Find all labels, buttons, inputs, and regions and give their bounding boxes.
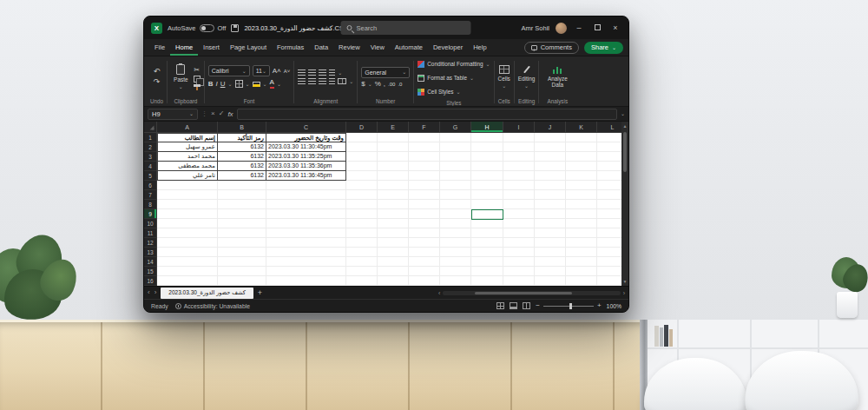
cell-E7[interactable] <box>378 190 409 200</box>
cell-E10[interactable] <box>378 219 409 228</box>
font-color-chevron-icon[interactable]: ⌄ <box>277 82 281 87</box>
cell-L14[interactable] <box>597 257 621 267</box>
cell-E1[interactable] <box>378 133 409 142</box>
fill-color-icon[interactable] <box>253 82 260 87</box>
vertical-scroll-thumb[interactable] <box>623 132 627 172</box>
copy-icon[interactable] <box>194 76 201 83</box>
cell-D15[interactable] <box>346 267 378 276</box>
close-button[interactable]: × <box>609 17 621 39</box>
user-avatar[interactable] <box>556 23 567 34</box>
borders-icon[interactable] <box>235 80 243 88</box>
underline-chevron-icon[interactable]: ⌄ <box>227 82 232 87</box>
menu-item-view[interactable]: View <box>365 39 390 56</box>
cell-B15[interactable] <box>218 267 266 276</box>
cell-H5[interactable] <box>471 171 503 181</box>
cell-L2[interactable] <box>597 142 621 152</box>
menu-item-file[interactable]: File <box>149 39 170 56</box>
scroll-up-icon[interactable]: ▲ <box>621 122 628 130</box>
cell-I5[interactable] <box>503 171 535 181</box>
cell-B3[interactable]: 6132 <box>218 152 266 162</box>
row-header-12[interactable]: 12 <box>144 238 156 248</box>
column-header-A[interactable]: A <box>157 122 218 132</box>
save-icon[interactable] <box>231 24 239 32</box>
cell-J1[interactable] <box>535 133 566 142</box>
column-header-C[interactable]: C <box>266 122 346 132</box>
cell-L16[interactable] <box>597 276 621 286</box>
cell-J12[interactable] <box>535 238 566 248</box>
sheet-nav-left-icon[interactable]: ‹ <box>148 289 150 296</box>
sheet-nav-right-icon[interactable]: › <box>155 289 157 296</box>
page-break-view-icon[interactable] <box>523 302 530 309</box>
menu-item-formulas[interactable]: Formulas <box>272 39 309 56</box>
cell-styles-button[interactable]: Cell Styles ⌄ <box>418 86 490 97</box>
cell-L3[interactable] <box>597 152 621 162</box>
cell-G16[interactable] <box>440 276 471 286</box>
cell-K14[interactable] <box>566 257 597 267</box>
paste-button[interactable]: Paste ⌄ <box>171 63 191 91</box>
search-box[interactable]: Search <box>341 21 471 35</box>
cell-F8[interactable] <box>409 200 440 209</box>
cell-G12[interactable] <box>440 238 471 248</box>
cell-F12[interactable] <box>409 238 440 248</box>
scroll-right-icon[interactable]: › <box>623 290 625 296</box>
cell-H1[interactable] <box>471 133 503 142</box>
cell-H6[interactable] <box>471 181 503 190</box>
cell-K4[interactable] <box>566 162 597 171</box>
cell-C3[interactable]: 2023.03.30 11:35:25pm <box>266 152 346 162</box>
cell-A11[interactable] <box>157 228 218 238</box>
cancel-entry-icon[interactable]: × <box>211 110 215 117</box>
column-header-J[interactable]: J <box>535 122 566 132</box>
row-header-8[interactable]: 8 <box>144 200 156 209</box>
cell-G1[interactable] <box>440 133 471 142</box>
cell-H10[interactable] <box>471 219 503 228</box>
cell-B16[interactable] <box>218 276 266 286</box>
cell-L1[interactable] <box>597 133 621 142</box>
merge-chevron-icon[interactable]: ⌄ <box>349 79 353 84</box>
cell-E3[interactable] <box>378 152 409 162</box>
cell-E5[interactable] <box>378 171 409 181</box>
cell-E14[interactable] <box>378 257 409 267</box>
cell-G6[interactable] <box>440 181 471 190</box>
cell-D14[interactable] <box>346 257 378 267</box>
font-size-select[interactable]: 11⌄ <box>253 65 270 76</box>
cell-F5[interactable] <box>409 171 440 181</box>
cell-D3[interactable] <box>346 152 378 162</box>
cell-H15[interactable] <box>471 267 503 276</box>
cell-L4[interactable] <box>597 162 621 171</box>
cell-K16[interactable] <box>566 276 597 286</box>
menu-item-home[interactable]: Home <box>170 39 198 56</box>
menu-item-developer[interactable]: Developer <box>428 39 468 56</box>
cell-B11[interactable] <box>218 228 266 238</box>
cell-F10[interactable] <box>409 219 440 228</box>
horizontal-scroll-thumb[interactable] <box>475 292 572 294</box>
cell-G13[interactable] <box>440 248 471 257</box>
select-all-corner[interactable] <box>144 122 157 133</box>
percent-icon[interactable]: % <box>375 81 381 88</box>
increase-decimal-icon[interactable]: .00 <box>388 82 395 87</box>
cell-A9[interactable] <box>157 209 218 219</box>
cell-L7[interactable] <box>597 190 621 200</box>
column-header-L[interactable]: L <box>597 122 621 132</box>
page-layout-view-icon[interactable] <box>510 302 517 309</box>
cell-A3[interactable]: محمد احمد <box>157 152 218 162</box>
cell-H14[interactable] <box>471 257 503 267</box>
cell-I2[interactable] <box>503 142 535 152</box>
cell-A7[interactable] <box>157 190 218 200</box>
cell-D11[interactable] <box>346 228 378 238</box>
cell-I12[interactable] <box>503 238 535 248</box>
cell-K9[interactable] <box>566 209 597 219</box>
cell-C7[interactable] <box>266 190 346 200</box>
cell-L13[interactable] <box>597 248 621 257</box>
cell-J4[interactable] <box>535 162 566 171</box>
orientation-chevron-icon[interactable]: ⌄ <box>338 70 342 76</box>
cell-K12[interactable] <box>566 238 597 248</box>
row-header-2[interactable]: 2 <box>144 142 156 152</box>
cut-icon[interactable]: ✂ <box>194 67 200 74</box>
fill-chevron-icon[interactable]: ⌄ <box>263 82 267 87</box>
cell-G14[interactable] <box>440 257 471 267</box>
cell-H12[interactable] <box>471 238 503 248</box>
menu-item-page-layout[interactable]: Page Layout <box>225 39 272 56</box>
cell-L11[interactable] <box>597 228 621 238</box>
cells-area[interactable]: إسم الطالبرمز التأكيدوقت وتاريخ الحضورعم… <box>157 133 621 286</box>
cell-J6[interactable] <box>535 181 566 190</box>
